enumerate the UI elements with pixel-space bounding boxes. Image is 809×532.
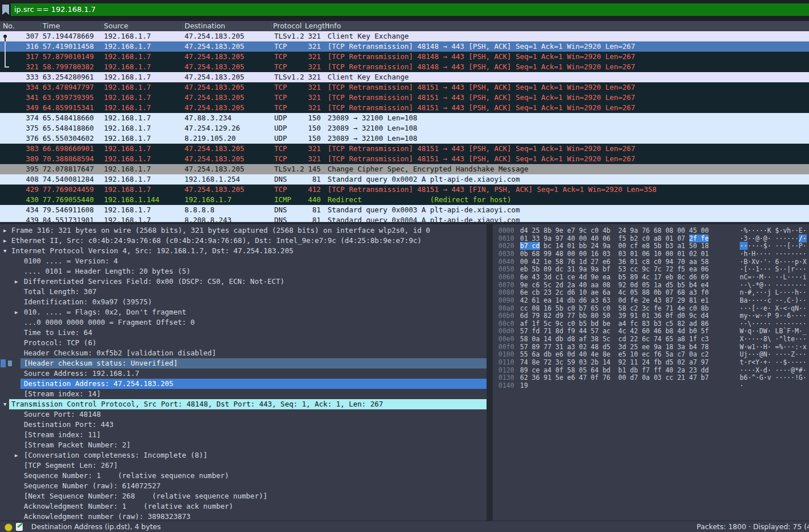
hex-row-0070[interactable]: 00709e c6 5c 2d 2a 40 aa 08 92 0d 05 1a …	[493, 281, 809, 289]
cell-info: Client Key Exchange	[328, 72, 409, 82]
collapse-arrow-icon[interactable]: ▼	[3, 399, 6, 409]
detail-line[interactable]: Acknowledgment number (raw): 3898323873	[0, 512, 487, 521]
hex-row-00f0[interactable]: 00f057 89 77 31 a3 02 48 d5 3d 25 ee 9a …	[493, 343, 809, 351]
hex-row-00a0[interactable]: 00a0cc 08 16 5b c0 b7 65 c0 58 c2 3c fe …	[493, 304, 809, 312]
hex-row-0140[interactable]: 014019·	[493, 382, 809, 389]
hex-row-00c0[interactable]: 00c0af 1f 5c 9c c0 b5 bd be a4 fc 83 b3 …	[493, 320, 809, 328]
packet-row-408[interactable]: 40874.540081284192.168.1.7192.168.1.254D…	[0, 174, 809, 185]
detail-line[interactable]: Acknowledgment Number: 1 (relative ack n…	[0, 501, 487, 512]
packet-row-434[interactable]: 43479.546911608192.168.1.78.8.8.8DNS81St…	[0, 205, 809, 215]
column-header-time[interactable]: Time	[43, 21, 60, 31]
expert-info-icon[interactable]	[5, 523, 12, 531]
column-header-source[interactable]: Source	[104, 21, 128, 31]
detail-line[interactable]: [TCP Segment Len: 267]	[0, 460, 487, 471]
hex-row-0060[interactable]: 00606e 43 3d c1 ce 4d 9e ea b5 89 4c 17 …	[493, 273, 809, 281]
packet-row-349[interactable]: 34964.859915341192.168.1.747.254.183.205…	[0, 103, 809, 113]
packet-row-389[interactable]: 38970.388868594192.168.1.747.254.183.205…	[0, 154, 809, 164]
detail-line-text: Ethernet II, Src: c0:4b:24:9a:76:68 (c0:…	[11, 236, 421, 246]
detail-line[interactable]: Source Address: 192.168.1.7	[0, 368, 487, 379]
detail-line[interactable]: Protocol: TCP (6)	[0, 338, 487, 348]
ascii-bytes: Uj···@N· ····Z···	[740, 350, 807, 358]
packet-row-321[interactable]: 32158.799780382192.168.1.747.254.183.205…	[0, 62, 809, 72]
cell-src: 192.168.1.7	[104, 174, 151, 185]
detail-line[interactable]: Destination Address: 47.254.183.205	[0, 379, 487, 389]
expand-arrow-icon[interactable]: ▶	[15, 307, 18, 317]
pane-divider-vertical[interactable]	[487, 224, 493, 521]
packet-row-374[interactable]: 37465.548418660192.168.1.747.88.3.234UDP…	[0, 113, 809, 123]
column-separator[interactable]	[271, 22, 272, 30]
detail-line[interactable]: ▶Differentiated Services Field: 0x00 (DS…	[0, 277, 487, 287]
hex-row-0000[interactable]: 0000d4 25 8b 9e e7 9c c0 4b 24 9a 76 68 …	[493, 227, 809, 234]
hex-row-0090[interactable]: 009042 61 ea 14 db d6 a3 63 0d fe 2e 43 …	[493, 296, 809, 304]
detail-line[interactable]: 0100 .... = Version: 4	[0, 256, 487, 266]
packet-row-307[interactable]: 30757.194478669192.168.1.747.254.183.205…	[0, 31, 809, 41]
collapse-arrow-icon[interactable]: ▼	[3, 246, 6, 256]
column-separator[interactable]	[102, 22, 102, 30]
hex-row-0100[interactable]: 010055 6a db e6 0d 40 4e 8e e5 10 ec f6 …	[493, 350, 809, 358]
column-header-length[interactable]: Length	[305, 21, 329, 31]
hex-row-00b0[interactable]: 00b06d 79 82 d9 77 bb 80 50 39 91 01 36 …	[493, 312, 809, 320]
detail-line[interactable]: [Stream index: 11]	[0, 430, 487, 440]
cell-src: 192.168.1.144	[104, 195, 160, 205]
detail-line[interactable]: Identification: 0x9a97 (39575)	[0, 297, 487, 307]
detail-line[interactable]: ▼Internet Protocol Version 4, Src: 192.1…	[0, 246, 487, 256]
packet-row-333[interactable]: 33363.254280961192.168.1.747.254.183.205…	[0, 72, 809, 82]
column-header-protocol[interactable]: Protocol	[273, 21, 301, 31]
detail-line[interactable]: ▶[Conversation completeness: Incomplete …	[0, 450, 487, 460]
hex-row-0110[interactable]: 011074 8e 72 3c 59 03 2b 14 92 11 24 fb …	[493, 358, 809, 366]
column-header-info[interactable]: Info	[328, 21, 341, 31]
expand-arrow-icon[interactable]: ▶	[15, 450, 18, 460]
hex-row-0010[interactable]: 001001 33 9a 97 40 00 40 06 f5 b2 c0 a8 …	[493, 234, 809, 242]
display-filter-input[interactable]: ip.src == 192.168.1.7	[11, 3, 809, 16]
capture-comment-icon[interactable]	[16, 523, 23, 531]
packet-row-334[interactable]: 33463.478947797192.168.1.747.254.183.205…	[0, 82, 809, 93]
cell-len: 412	[287, 185, 321, 195]
detail-line[interactable]: [Next Sequence Number: 268 (relative seq…	[0, 491, 487, 501]
detail-line[interactable]: ▼Transmission Control Protocol, Src Port…	[0, 399, 487, 409]
detail-line[interactable]: ▶Frame 316: 321 bytes on wire (2568 bits…	[0, 225, 487, 236]
packet-row-316[interactable]: 31657.419011458192.168.1.747.254.183.205…	[0, 41, 809, 52]
hex-row-00e0[interactable]: 00e058 0a 14 db d8 af 38 5c cd 22 6c 74 …	[493, 335, 809, 343]
detail-line[interactable]: Header Checksum: 0xf5b2 [validation disa…	[0, 348, 487, 358]
packet-row-429[interactable]: 42977.769024459192.168.1.747.254.183.205…	[0, 185, 809, 195]
hex-row-0120[interactable]: 012089 ce a4 0f 58 05 64 bd b1 db f7 ff …	[493, 366, 809, 374]
hex-row-0040[interactable]: 004000 42 1e 58 76 1d 27 e6 36 01 c8 c0 …	[493, 258, 809, 266]
expand-arrow-icon[interactable]: ▶	[15, 277, 18, 287]
hex-row-0130[interactable]: 013062 36 91 5e e6 47 0f 76 00 d7 0a 03 …	[493, 374, 809, 382]
packet-row-376[interactable]: 37665.550304602192.168.1.78.219.105.20UD…	[0, 133, 809, 144]
packet-row-439[interactable]: 43984.551731901192.168.1.78.208.8.243DNS…	[0, 215, 809, 222]
packet-row-430[interactable]: 43077.769055440192.168.1.144192.168.1.7I…	[0, 195, 809, 205]
expand-arrow-icon[interactable]: ▶	[3, 225, 6, 236]
column-separator[interactable]	[303, 22, 304, 30]
detail-line[interactable]: ▶010. .... = Flags: 0x2, Don't fragment	[0, 307, 487, 317]
detail-line[interactable]: Source Port: 48148	[0, 409, 487, 420]
detail-line[interactable]: Time to Live: 64	[0, 328, 487, 338]
hex-row-00d0[interactable]: 00d057 fd 71 8d f9 44 57 ac 4c 42 60 46 …	[493, 327, 809, 335]
detail-line[interactable]: .... 0101 = Header Length: 20 bytes (5)	[0, 266, 487, 277]
packet-row-317[interactable]: 31757.879010149192.168.1.747.254.183.205…	[0, 52, 809, 62]
detail-line[interactable]: [Header checksum status: Unverified]	[0, 358, 487, 368]
column-separator[interactable]	[325, 22, 325, 30]
detail-line[interactable]: Sequence Number: 1 (relative sequence nu…	[0, 471, 487, 481]
hex-row-0050[interactable]: 0050eb 5b 09 dc 31 9a 9a bf 53 cc 9c 7c …	[493, 265, 809, 273]
column-header-destination[interactable]: Destination	[185, 21, 225, 31]
packet-row-375[interactable]: 37565.548418860192.168.1.747.254.129.26U…	[0, 123, 809, 133]
detail-line[interactable]: [Stream Packet Number: 2]	[0, 440, 487, 450]
bookmark-icon[interactable]	[2, 5, 9, 15]
column-separator[interactable]	[40, 22, 41, 30]
packet-row-395[interactable]: 39572.078817647192.168.1.747.254.183.205…	[0, 164, 809, 174]
detail-line[interactable]: Total Length: 307	[0, 287, 487, 297]
detail-line[interactable]: Sequence Number (raw): 614072527	[0, 481, 487, 491]
packet-row-341[interactable]: 34163.939739395192.168.1.747.254.183.205…	[0, 93, 809, 103]
detail-line[interactable]: [Stream index: 14]	[0, 389, 487, 399]
hex-row-0020[interactable]: 0020b7 cd bc 14 01 bb 24 9a 00 cf e8 5b …	[493, 242, 809, 250]
packet-row-383[interactable]: 38366.698660901192.168.1.747.254.183.205…	[0, 144, 809, 154]
detail-line[interactable]: ▶Ethernet II, Src: c0:4b:24:9a:76:68 (c0…	[0, 236, 487, 246]
detail-line[interactable]: ...0 0000 0000 0000 = Fragment Offset: 0	[0, 317, 487, 328]
hex-row-0030[interactable]: 00300b 68 99 48 00 00 16 03 03 01 06 10 …	[493, 250, 809, 258]
detail-line[interactable]: Destination Port: 443	[0, 420, 487, 430]
hex-row-0080[interactable]: 00806e cb 23 2c d6 10 ae 6a 4c 05 88 0b …	[493, 288, 809, 296]
column-separator[interactable]	[182, 22, 183, 30]
column-header-no[interactable]: No.	[3, 21, 15, 31]
expand-arrow-icon[interactable]: ▶	[3, 236, 6, 246]
